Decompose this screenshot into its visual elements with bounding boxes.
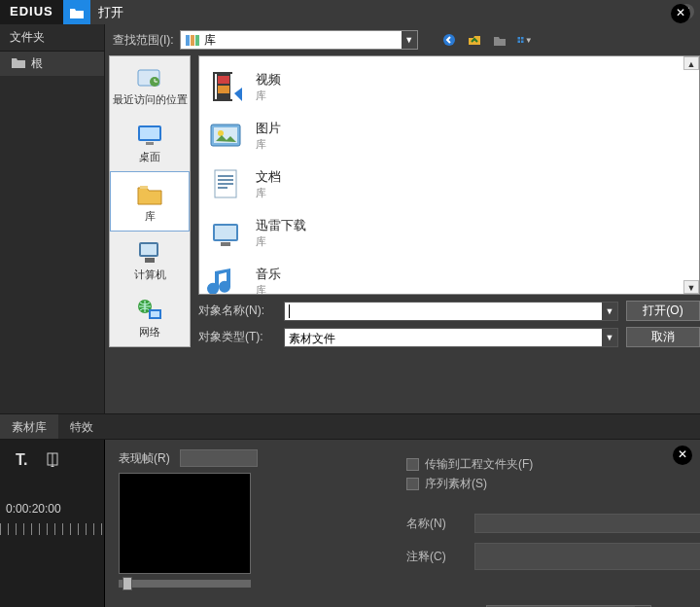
panel-close-button[interactable]: ✕	[671, 4, 690, 23]
svg-rect-6	[517, 41, 520, 44]
svg-rect-16	[145, 258, 155, 263]
repre-input[interactable]	[180, 449, 258, 467]
timeline-ruler[interactable]	[0, 523, 105, 535]
filename-combo[interactable]: ▼	[284, 302, 618, 321]
item-sub: 库	[256, 89, 281, 103]
nav-views-icon[interactable]: ▼	[517, 32, 533, 48]
item-name: 音乐	[256, 266, 281, 283]
svg-rect-32	[218, 187, 228, 189]
transfer-checkbox[interactable]	[406, 458, 419, 471]
svg-rect-21	[215, 74, 217, 99]
svg-rect-1	[191, 35, 194, 46]
svg-rect-11	[140, 127, 159, 139]
place-computer[interactable]: 计算机	[110, 232, 190, 289]
nav-up-icon[interactable]	[467, 32, 482, 48]
pictures-library-icon	[207, 117, 246, 154]
file-list[interactable]: ▲ 视频库 图片库 文档库 迅雷下载库	[198, 55, 700, 295]
dialog-title-bar: 打开 ✕	[90, 0, 700, 24]
bottom-tabs: 素材库 特效	[0, 413, 700, 439]
svg-rect-35	[221, 242, 230, 246]
filetype-label: 对象类型(T):	[198, 329, 276, 345]
name-input[interactable]	[474, 514, 700, 533]
list-item[interactable]: 迅雷下载库	[203, 208, 695, 257]
svg-rect-0	[186, 35, 190, 46]
filetype-combo[interactable]: 素材文件 ▼	[284, 328, 618, 347]
svg-rect-23	[218, 76, 229, 84]
chevron-down-icon[interactable]: ▼	[402, 31, 417, 49]
transfer-label: 传输到工程文件夹(F)	[425, 456, 533, 473]
places-bar: 最近访问的位置 桌面 库 计算机 网络	[109, 55, 191, 347]
downloads-library-icon	[207, 214, 246, 251]
scroll-down-button[interactable]: ▼	[683, 280, 699, 294]
nav-back-icon[interactable]	[441, 32, 457, 48]
list-item[interactable]: 音乐库	[203, 257, 695, 295]
text-cursor	[289, 304, 290, 318]
documents-library-icon	[207, 165, 246, 202]
sidebar-item-root[interactable]: 根	[0, 52, 104, 76]
place-desktop[interactable]: 桌面	[110, 114, 190, 171]
filetype-value: 素材文件	[289, 332, 335, 345]
list-item[interactable]: 文档库	[203, 160, 695, 208]
marker-tool-icon[interactable]	[45, 451, 60, 470]
sequence-checkbox[interactable]	[406, 478, 419, 490]
place-label: 计算机	[134, 268, 166, 282]
lower-panel: T. 0:00:20:00 ✕ 表现帧(R) 显示属性(P)	[0, 439, 700, 607]
chevron-down-icon[interactable]: ▼	[602, 329, 617, 346]
open-button[interactable]: 打开(O)	[626, 301, 700, 321]
tab-clip-library[interactable]: 素材库	[0, 414, 58, 439]
item-name: 图片	[256, 120, 281, 137]
item-sub: 库	[256, 283, 281, 296]
item-sub: 库	[256, 186, 281, 200]
dialog-title: 打开	[98, 5, 123, 19]
svg-rect-2	[195, 35, 199, 46]
svg-rect-7	[521, 41, 524, 44]
lookin-combo[interactable]: 库 ▼	[180, 30, 418, 50]
slider-thumb[interactable]	[122, 577, 132, 590]
video-library-icon	[207, 68, 246, 105]
tab-effects[interactable]: 特效	[58, 414, 105, 439]
lower-left-panel: T. 0:00:20:00	[0, 440, 105, 607]
list-item[interactable]: 图片库	[203, 111, 695, 160]
lookin-value: 库	[204, 32, 216, 49]
name-label: 名称(N)	[406, 516, 465, 532]
nav-newfolder-icon[interactable]	[492, 32, 508, 48]
place-recent[interactable]: 最近访问的位置	[110, 56, 190, 114]
item-name: 迅雷下载	[256, 217, 306, 234]
svg-rect-34	[215, 226, 236, 239]
scroll-up-button[interactable]: ▲	[683, 56, 699, 70]
open-dialog: 查找范围(I): 库 ▼ ▼ 最近访问的位置	[105, 24, 700, 413]
comment-input[interactable]	[474, 543, 700, 570]
cancel-button[interactable]: 取消	[626, 327, 700, 347]
place-label: 最近访问的位置	[113, 92, 188, 107]
svg-rect-12	[146, 142, 154, 145]
chevron-down-icon[interactable]: ▼	[602, 303, 617, 320]
place-label: 桌面	[139, 150, 160, 164]
folder-open-icon[interactable]	[63, 0, 90, 24]
sequence-label: 序列素材(S)	[425, 476, 487, 492]
list-item[interactable]: 视频库	[203, 62, 695, 111]
svg-rect-15	[141, 244, 157, 255]
library-icon	[185, 33, 200, 47]
svg-rect-4	[517, 37, 520, 40]
comment-label: 注释(C)	[406, 549, 465, 565]
frame-slider[interactable]	[119, 580, 251, 588]
place-network[interactable]: 网络	[110, 289, 190, 346]
item-name: 视频	[256, 71, 281, 89]
svg-point-27	[218, 130, 224, 136]
item-name: 文档	[256, 168, 281, 186]
place-label: 网络	[139, 325, 160, 339]
svg-point-3	[443, 34, 455, 46]
sidebar-header: 文件夹	[0, 24, 104, 52]
timecode: 0:00:20:00	[6, 502, 61, 516]
svg-rect-29	[218, 175, 233, 177]
lookin-label: 查找范围(I):	[113, 32, 174, 49]
folder-sidebar: 文件夹 根	[0, 24, 105, 413]
svg-rect-24	[218, 86, 229, 93]
place-libraries[interactable]: 库	[110, 171, 190, 231]
app-name: EDIUS	[0, 0, 63, 24]
svg-rect-31	[218, 183, 233, 185]
text-tool-icon[interactable]: T.	[16, 451, 27, 470]
svg-rect-5	[521, 37, 524, 40]
svg-rect-19	[151, 311, 159, 317]
preview-box	[119, 473, 251, 574]
